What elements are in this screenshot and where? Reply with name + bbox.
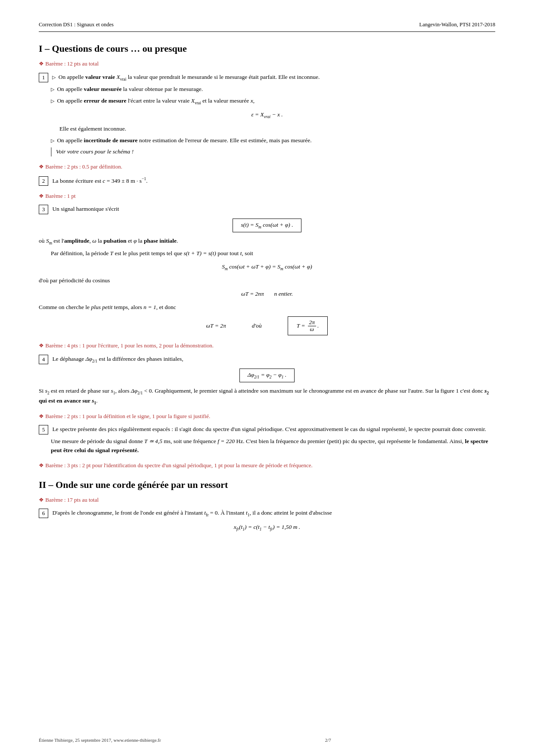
formula-s: s(t) = Sm cos(ωt + φ) .: [39, 219, 495, 232]
footer-page: 2/7: [161, 737, 495, 744]
formula-period2: ωT = 2nπ n entier.: [39, 290, 495, 299]
triangle-icon: ▷: [52, 75, 56, 80]
question-2: 2 La bonne écriture est c = 349 ± 8 m · …: [39, 176, 495, 186]
q6-num: 6: [39, 509, 48, 518]
formula-dephasage: Δφ2/1 = φ2 − φ1 .: [39, 369, 495, 382]
bareme-section2: Barème : 17 pts au total: [39, 496, 495, 504]
header-bar: Correction DS1 : Signaux et ondes Langev…: [39, 21, 495, 32]
q1-num: 1: [39, 73, 48, 82]
triangle-icon-3: ▷: [51, 98, 54, 103]
formula-epsilon: ε = Xvrai − x .: [39, 110, 495, 120]
formula-xfr: xfr(t1) = c(t1 − tfr) = 1,50 m .: [39, 523, 495, 532]
voir-cours: Voir votre cours pour le schéma !: [51, 147, 495, 156]
question-4: 4 Le déphasage Δφ2/1 est la différence d…: [39, 355, 495, 406]
q2-num: 2: [39, 176, 48, 186]
bareme-2: Barème : 1 pt: [39, 192, 495, 200]
bareme-4: Barème : 2 pts : 1 pour la définition et…: [39, 412, 495, 421]
bareme-section1: Barème : 12 pts au total: [39, 59, 495, 68]
formula-period1: Sm cos(ωt + ωT + φ) = Sm cos(ωt + φ): [39, 262, 495, 272]
q4-num: 4: [39, 355, 48, 364]
footer: Étienne Thibierge, 25 septembre 2017, ww…: [0, 737, 534, 744]
q5-num: 5: [39, 425, 48, 434]
footer-left: Étienne Thibierge, 25 septembre 2017, ww…: [39, 737, 161, 744]
header-right: Langevin-Wallon, PTSI 2017-2018: [419, 21, 495, 29]
question-6: 6 D'après le chronogramme, le front de l…: [39, 509, 495, 532]
formula-T-box: T = 2π ω .: [288, 316, 328, 336]
page: Correction DS1 : Signaux et ondes Langev…: [0, 0, 534, 756]
section-2-title: II – Onde sur une corde générée par un r…: [39, 478, 495, 492]
formula-period3: ωT = 2π d'où T = 2π ω .: [39, 316, 495, 336]
bareme-5: Barème : 3 pts : 2 pt pour l'identificat…: [39, 461, 495, 470]
formula-dephasage-box: Δφ2/1 = φ2 − φ1 .: [239, 369, 295, 382]
question-3: 3 Un signal harmonique s'écrit s(t) = Sm…: [39, 205, 495, 335]
formula-s-box: s(t) = Sm cos(ωt + φ) .: [233, 219, 301, 232]
section-2: II – Onde sur une corde générée par un r…: [39, 478, 495, 532]
bareme-3: Barème : 4 pts : 1 pour l'écriture, 1 po…: [39, 341, 495, 350]
header-left: Correction DS1 : Signaux et ondes: [39, 21, 114, 29]
section-1: I – Questions de cours … ou presque Barè…: [39, 41, 495, 470]
q3-num: 3: [39, 205, 48, 214]
section-1-title: I – Questions de cours … ou presque: [39, 41, 495, 56]
triangle-icon-2: ▷: [51, 87, 54, 92]
question-1: 1 ▷ On appelle valeur vraie Xvrai la val…: [39, 73, 495, 157]
question-5: 5 Le spectre présente des pics régulière…: [39, 425, 495, 455]
bareme-1b: Barème : 2 pts : 0.5 par définition.: [39, 162, 495, 171]
triangle-icon-4: ▷: [51, 138, 54, 143]
